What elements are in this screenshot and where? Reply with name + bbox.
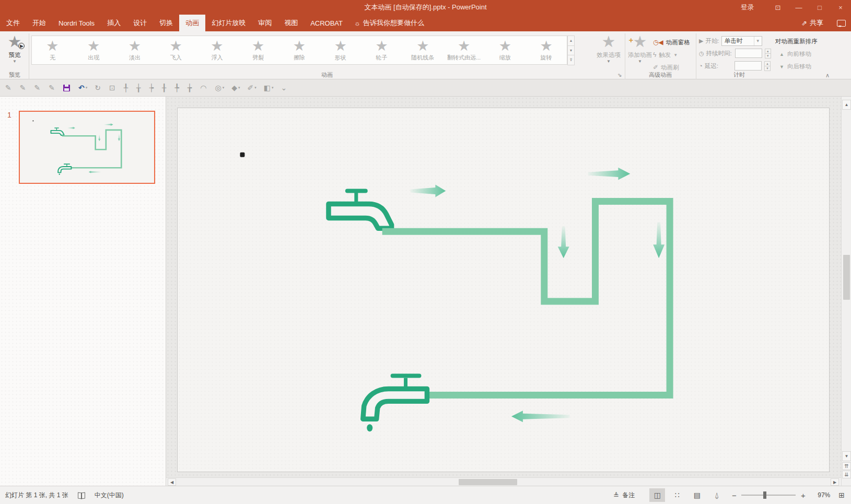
distribute-horizontal-icon[interactable]: ╄ — [174, 84, 180, 92]
shape-subtract-icon[interactable]: ◧ ▾ — [264, 84, 274, 92]
anim-spin[interactable]: ★ 旋转 — [526, 36, 567, 64]
view-normal-button[interactable]: ◫ — [649, 488, 665, 502]
animation-dialog-launcher-icon[interactable]: ⇘ — [617, 72, 622, 78]
zoom-in-button[interactable]: + — [798, 491, 808, 500]
redo-icon[interactable]: ↻ — [95, 84, 102, 92]
tab-slideshow[interactable]: 幻灯片放映 — [205, 15, 252, 31]
anim-wipe[interactable]: ★ 擦除 — [279, 36, 320, 64]
status-bar: 幻灯片 第 1 张, 共 1 张 中文(中国) ≜ 备注 ◫∷▤⍙ − + 97… — [0, 486, 851, 504]
trigger-button[interactable]: ϟ 触发 ▼ — [653, 49, 678, 61]
slide-canvas[interactable] — [177, 108, 830, 472]
anim-appear[interactable]: ★ 出现 — [73, 36, 114, 64]
zoom-slider-handle[interactable] — [763, 491, 766, 499]
ribbon-display-options-button[interactable]: ⊡ — [767, 0, 788, 15]
eyedropper-icon-1[interactable]: ✎ — [5, 84, 13, 92]
minimize-button[interactable]: — — [788, 0, 809, 15]
anim-wheel[interactable]: ★ 轮子 — [361, 36, 402, 64]
add-animation-button[interactable]: +★ 添加动画 ▼ — [626, 33, 654, 70]
slide-thumbnail[interactable] — [19, 111, 155, 184]
gallery-scroll-down-button[interactable]: ▼ — [567, 45, 575, 56]
eyedropper-icon-2[interactable]: ✎ — [20, 84, 27, 92]
tab-design[interactable]: 设计 — [127, 15, 153, 31]
move-earlier-button[interactable]: ▲ 向前移动 — [779, 50, 811, 58]
anim-fly-rotate[interactable]: ★ 翻转式由远... — [444, 36, 485, 64]
tab-insert[interactable]: 插入 — [101, 15, 127, 31]
next-slide-button[interactable]: ⇊ — [842, 471, 851, 478]
align-top-icon[interactable]: ╀ — [124, 84, 129, 92]
view-reading-button[interactable]: ▤ — [689, 488, 705, 502]
tab-transitions[interactable]: 切换 — [153, 15, 179, 31]
vertical-scroll-thumb[interactable] — [843, 255, 850, 300]
align-center-icon[interactable]: ╂ — [162, 84, 167, 92]
collapse-ribbon-button[interactable]: ∧ — [825, 72, 830, 79]
title-bar: 文本动画 [自动保存的].pptx - PowerPoint 登录 ⊡—□× — [0, 0, 851, 15]
tab-review[interactable]: 审阅 — [252, 15, 278, 31]
distribute-vertical-icon[interactable]: ╆ — [188, 84, 193, 92]
zoom-out-button[interactable]: − — [729, 491, 739, 500]
anim-fade[interactable]: ★ 淡出 — [114, 36, 156, 64]
view-slide-sorter-button[interactable]: ∷ — [669, 488, 685, 502]
anim-fly-in[interactable]: ★ 飞入 — [155, 36, 196, 64]
maximize-button[interactable]: □ — [809, 0, 830, 15]
previous-slide-button[interactable]: ⇈ — [842, 462, 851, 470]
anim-none[interactable]: ★ 无 — [32, 36, 73, 64]
fit-slide-to-window-button[interactable]: ⊞ — [838, 491, 845, 499]
eyedropper-icon-4[interactable]: ✎ — [49, 84, 56, 92]
anim-float-in[interactable]: ★ 浮入 — [196, 36, 238, 64]
duration-clock-icon: ◷ — [699, 50, 704, 57]
effect-options-button[interactable]: ★ 效果选项 ▼ — [593, 33, 624, 70]
scroll-up-button[interactable]: ▲ — [842, 100, 851, 110]
zoom-slider[interactable] — [741, 495, 796, 496]
align-bottom-icon[interactable]: ╁ — [136, 84, 142, 92]
anim-random-bars[interactable]: ★ 随机线条 — [402, 36, 444, 64]
language-indicator[interactable]: 中文(中国) — [95, 491, 124, 500]
horizontal-scroll-thumb[interactable] — [459, 479, 517, 485]
eyedropper-icon-3[interactable]: ✎ — [34, 84, 41, 92]
scroll-left-button[interactable]: ◀ — [168, 478, 176, 486]
qat-more-icon[interactable]: ⌄ — [281, 84, 288, 92]
anim-split[interactable]: ★ 劈裂 — [238, 36, 279, 64]
animation-star-icon: ★ — [293, 39, 306, 53]
close-button[interactable]: × — [830, 0, 851, 15]
tab-view[interactable]: 视图 — [278, 15, 304, 31]
gallery-scroll-up-button[interactable]: ▲ — [567, 36, 575, 46]
anim-shape[interactable]: ★ 形状 — [320, 36, 361, 64]
align-right-icon[interactable]: ┾ — [149, 84, 155, 92]
tab-file[interactable]: 文件 — [0, 15, 26, 31]
tab-home[interactable]: 开始 — [26, 15, 52, 31]
share-button[interactable]: ⇗ 共享 — [801, 18, 823, 28]
start-slideshow-icon[interactable]: ⊡ — [109, 84, 116, 92]
scroll-down-button[interactable]: ▼ — [842, 451, 851, 461]
preview-button[interactable]: ★▶ 预览 ▼ — [3, 33, 26, 69]
tab-acrobat[interactable]: ACROBAT — [304, 15, 349, 31]
duration-spin-buttons[interactable]: ▲▼ — [765, 49, 771, 58]
delay-spin-buttons[interactable]: ▲▼ — [764, 61, 771, 71]
delay-input[interactable] — [735, 61, 762, 71]
undo-icon[interactable]: ↶ ▾ — [78, 84, 87, 92]
comments-icon[interactable] — [837, 20, 846, 27]
gallery-more-button[interactable]: ⊽ — [567, 55, 575, 65]
rotate-icon[interactable]: ◠ — [200, 84, 207, 92]
animation-pane-button[interactable]: ◷◀ 动画窗格 — [653, 37, 690, 48]
shape-outline-icon[interactable]: ✐ ▾ — [248, 84, 257, 92]
anim-zoom[interactable]: ★ 缩放 — [484, 36, 526, 64]
duration-input[interactable] — [735, 49, 762, 58]
save-icon[interactable] — [63, 85, 71, 91]
slide-artwork — [178, 108, 829, 472]
lightning-icon: ϟ — [653, 51, 656, 58]
merge-shapes-icon[interactable]: ◎ ▾ — [215, 84, 225, 92]
move-later-button[interactable]: ▼ 向后移动 — [779, 63, 811, 71]
login-button[interactable]: 登录 — [741, 3, 754, 12]
dropdown-caret-icon: ▼ — [754, 37, 762, 45]
tab-animations[interactable]: 动画 — [179, 15, 205, 31]
view-slideshow-button[interactable]: ⍙ — [709, 488, 725, 502]
scroll-right-button[interactable]: ▶ — [831, 478, 839, 486]
start-dropdown[interactable]: 单击时 ▼ — [721, 36, 762, 46]
spell-check-icon[interactable] — [78, 493, 85, 498]
zoom-level[interactable]: 97% — [808, 491, 830, 499]
tab-nordri-tools[interactable]: Nordri Tools — [52, 15, 101, 31]
preview-dropdown-caret[interactable]: ▼ — [13, 59, 17, 64]
shape-fill-icon[interactable]: ◆ ▾ — [231, 84, 240, 92]
tell-me-box[interactable]: ☼ 告诉我你想要做什么 — [349, 15, 429, 31]
notes-button[interactable]: ≜ 备注 — [613, 491, 635, 500]
